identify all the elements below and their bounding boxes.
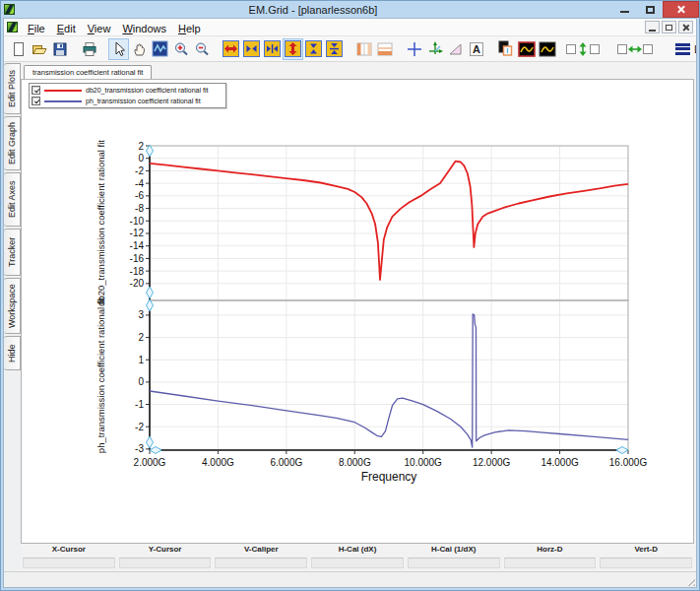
- svg-text:0: 0: [138, 376, 144, 387]
- autoscale-x-left-checkbox[interactable]: [617, 44, 627, 54]
- readout-header: H-Cal (1/dX): [406, 545, 502, 557]
- split-rows-icon[interactable]: [374, 38, 395, 60]
- expand-x-icon[interactable]: [221, 38, 241, 60]
- sidebar-tab-edit-graph[interactable]: Edit Graph: [4, 116, 21, 170]
- sidebar-tab-hide[interactable]: Hide: [4, 336, 21, 370]
- legend-label: db20_transmission coefficient rational f…: [86, 87, 208, 94]
- toolbar: A Layout: [4, 36, 696, 62]
- chart-canvas[interactable]: 20-2-4-6-8-10-12-14-16-18-20db20_transmi…: [22, 80, 694, 544]
- plot-style-red-icon[interactable]: [516, 38, 537, 60]
- readout-value: [23, 558, 115, 568]
- svg-text:-4: -4: [135, 178, 144, 189]
- menu-item-windows[interactable]: Windows: [116, 22, 172, 35]
- svg-text:-6: -6: [135, 190, 144, 201]
- layout-icon: [675, 43, 690, 55]
- zoom-in-icon[interactable]: [170, 38, 191, 60]
- v-arrows-icon: [577, 42, 589, 56]
- x-tick-label: 12.000G: [473, 457, 511, 468]
- axis-handle-icon[interactable]: [147, 145, 154, 157]
- print-icon[interactable]: [79, 38, 99, 60]
- sidebar-tab-tracker[interactable]: Tracker: [4, 229, 21, 276]
- save-icon[interactable]: [49, 38, 70, 60]
- readout-value: [215, 558, 307, 568]
- readout-value: [504, 558, 597, 568]
- expand-y-icon[interactable]: [283, 38, 303, 60]
- axis-handle-icon[interactable]: [150, 447, 161, 454]
- axis-handle-icon[interactable]: [147, 299, 154, 311]
- title-bar: EM.Grid - [planarlesson6b]: [1, 1, 699, 18]
- close-icon: [676, 5, 685, 14]
- y-axis-label: db20_transmission coefficient rational f…: [95, 140, 106, 306]
- text-tool-icon[interactable]: A: [466, 38, 486, 60]
- copy-image-icon[interactable]: [495, 38, 516, 60]
- autoscale-y-left-checkbox[interactable]: [566, 44, 576, 54]
- mdi-close-button[interactable]: [678, 21, 693, 33]
- axes-tracker-icon[interactable]: [424, 38, 445, 60]
- zoom-out-icon[interactable]: [191, 38, 212, 60]
- x-tick-label: 10.000G: [405, 457, 443, 468]
- legend-entry[interactable]: db20_transmission coefficient rational f…: [32, 85, 223, 96]
- menu-item-help[interactable]: Help: [172, 22, 207, 35]
- readout-header: H-Cal (dX): [309, 545, 406, 557]
- crosshair-icon[interactable]: [404, 38, 424, 60]
- zoom-window-icon[interactable]: [150, 38, 170, 60]
- plot-panel[interactable]: 20-2-4-6-8-10-12-14-16-18-20db20_transmi…: [21, 79, 694, 544]
- svg-text:-14: -14: [130, 240, 145, 251]
- sidebar-tab-workspace[interactable]: Workspace: [4, 278, 21, 334]
- autoscale-y-right-checkbox[interactable]: [590, 44, 600, 54]
- caliper-icon[interactable]: [445, 38, 466, 60]
- svg-text:-10: -10: [130, 216, 145, 227]
- open-icon[interactable]: [29, 38, 49, 60]
- new-icon[interactable]: [8, 38, 29, 60]
- fit-y-icon[interactable]: [324, 38, 345, 60]
- main-area: Edit PlotsEdit GraphEdit AxesTrackerWork…: [4, 62, 696, 571]
- sidebar-tab-edit-axes[interactable]: Edit Axes: [4, 172, 21, 227]
- resize-grip[interactable]: [685, 576, 695, 586]
- axis-handle-icon[interactable]: [147, 436, 154, 448]
- svg-text:3: 3: [138, 309, 144, 320]
- layout-label: Layout: [694, 43, 697, 55]
- readout-header: Vert-D: [598, 545, 694, 557]
- legend: db20_transmission coefficient rational f…: [29, 83, 226, 108]
- maximize-button[interactable]: [637, 1, 663, 18]
- legend-entry[interactable]: ph_transmission coefficient rational fit: [32, 96, 223, 106]
- shrink-x-icon[interactable]: [241, 38, 262, 60]
- menu-item-view[interactable]: View: [82, 22, 117, 35]
- readout-header: V-Caliper: [213, 545, 309, 557]
- pan-hand-icon[interactable]: [129, 38, 150, 60]
- layout-menu-button[interactable]: Layout: [670, 41, 697, 57]
- tab-transmission-coefficient[interactable]: transmission coefficient rational fit: [24, 65, 152, 79]
- y-axis-label: ph_transmission coefficient rational fit: [95, 297, 106, 454]
- readout-value: [408, 558, 500, 568]
- menu-item-edit[interactable]: Edit: [51, 22, 82, 35]
- svg-text:-3: -3: [135, 443, 144, 454]
- axis-handle-icon[interactable]: [147, 287, 154, 298]
- svg-text:-8: -8: [135, 203, 144, 214]
- menu-bar: FileEditViewWindowsHelp: [4, 19, 696, 36]
- svg-text:2: 2: [138, 141, 144, 152]
- svg-text:-1: -1: [135, 399, 144, 410]
- check-icon: [33, 87, 38, 92]
- x-tick-label: 4.000G: [202, 457, 234, 468]
- svg-text:-18: -18: [130, 266, 145, 277]
- shrink-y-icon[interactable]: [303, 38, 324, 60]
- legend-checkbox[interactable]: [32, 97, 40, 105]
- select-pointer-icon[interactable]: [108, 38, 129, 60]
- sidebar-tab-edit-plots[interactable]: Edit Plots: [4, 63, 21, 114]
- fit-x-icon[interactable]: [262, 38, 283, 60]
- autoscale-x-right-checkbox[interactable]: [643, 44, 653, 54]
- autoscale-x-group[interactable]: [617, 43, 653, 55]
- close-button[interactable]: [663, 1, 699, 18]
- plot-style-dark-icon[interactable]: [537, 38, 557, 60]
- svg-text:2: 2: [138, 332, 144, 343]
- mdi-minimize-button[interactable]: [645, 21, 660, 33]
- legend-checkbox[interactable]: [32, 86, 40, 95]
- menu-item-file[interactable]: File: [22, 22, 51, 35]
- svg-text:-20: -20: [130, 278, 145, 289]
- mdi-restore-button[interactable]: [662, 21, 676, 33]
- split-columns-icon[interactable]: [353, 38, 374, 60]
- svg-text:0: 0: [138, 153, 144, 164]
- autoscale-y-group[interactable]: [566, 42, 600, 56]
- axis-handle-icon[interactable]: [616, 447, 628, 454]
- side-tab-strip: Edit PlotsEdit GraphEdit AxesTrackerWork…: [4, 62, 21, 571]
